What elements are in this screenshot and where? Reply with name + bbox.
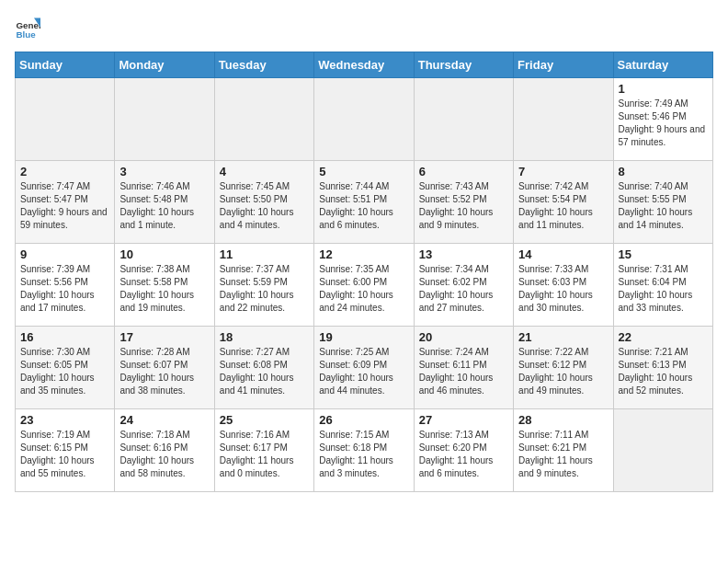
- calendar-day-cell: [314, 78, 414, 161]
- calendar-day-cell: 5Sunrise: 7:44 AM Sunset: 5:51 PM Daylig…: [314, 161, 414, 244]
- day-info: Sunrise: 7:42 AM Sunset: 5:54 PM Dayligh…: [518, 180, 608, 232]
- day-info: Sunrise: 7:39 AM Sunset: 5:56 PM Dayligh…: [20, 263, 109, 315]
- day-info: Sunrise: 7:37 AM Sunset: 5:59 PM Dayligh…: [220, 263, 309, 315]
- weekday-header-cell: Friday: [514, 52, 613, 78]
- day-number: 2: [20, 165, 109, 178]
- calendar-day-cell: [16, 78, 115, 161]
- day-number: 17: [119, 330, 209, 344]
- day-number: 9: [20, 247, 109, 261]
- calendar-day-cell: 21Sunrise: 7:22 AM Sunset: 6:12 PM Dayli…: [514, 327, 613, 409]
- day-info: Sunrise: 7:49 AM Sunset: 5:46 PM Dayligh…: [619, 98, 708, 149]
- calendar-week-row: 23Sunrise: 7:19 AM Sunset: 6:15 PM Dayli…: [16, 409, 713, 492]
- day-number: 1: [619, 82, 708, 96]
- calendar-day-cell: 28Sunrise: 7:11 AM Sunset: 6:21 PM Dayli…: [514, 409, 613, 492]
- day-info: Sunrise: 7:24 AM Sunset: 6:11 PM Dayligh…: [419, 346, 508, 397]
- calendar-week-row: 2Sunrise: 7:47 AM Sunset: 5:47 PM Daylig…: [16, 161, 713, 244]
- weekday-header-cell: Wednesday: [314, 52, 414, 78]
- weekday-header-cell: Thursday: [414, 52, 513, 78]
- calendar-day-cell: 12Sunrise: 7:35 AM Sunset: 6:00 PM Dayli…: [314, 244, 414, 327]
- calendar-day-cell: 22Sunrise: 7:21 AM Sunset: 6:13 PM Dayli…: [613, 327, 712, 409]
- calendar-day-cell: 15Sunrise: 7:31 AM Sunset: 6:04 PM Dayli…: [613, 244, 712, 327]
- calendar-day-cell: 26Sunrise: 7:15 AM Sunset: 6:18 PM Dayli…: [314, 409, 414, 492]
- day-info: Sunrise: 7:27 AM Sunset: 6:08 PM Dayligh…: [220, 346, 309, 397]
- calendar-day-cell: 23Sunrise: 7:19 AM Sunset: 6:15 PM Dayli…: [16, 409, 115, 492]
- day-number: 11: [220, 247, 309, 261]
- calendar-day-cell: 17Sunrise: 7:28 AM Sunset: 6:07 PM Dayli…: [115, 327, 214, 409]
- day-number: 27: [419, 413, 508, 427]
- day-info: Sunrise: 7:18 AM Sunset: 6:16 PM Dayligh…: [119, 429, 209, 480]
- calendar-day-cell: 16Sunrise: 7:30 AM Sunset: 6:05 PM Dayli…: [16, 327, 115, 409]
- day-info: Sunrise: 7:33 AM Sunset: 6:03 PM Dayligh…: [518, 263, 608, 315]
- calendar-day-cell: [115, 78, 214, 161]
- day-info: Sunrise: 7:25 AM Sunset: 6:09 PM Dayligh…: [319, 346, 408, 397]
- day-info: Sunrise: 7:47 AM Sunset: 5:47 PM Dayligh…: [20, 180, 109, 232]
- day-number: 13: [419, 247, 508, 261]
- day-number: 12: [319, 247, 408, 261]
- calendar-day-cell: 20Sunrise: 7:24 AM Sunset: 6:11 PM Dayli…: [414, 327, 513, 409]
- day-number: 3: [119, 165, 209, 178]
- day-number: 14: [518, 247, 608, 261]
- day-info: Sunrise: 7:40 AM Sunset: 5:55 PM Dayligh…: [619, 180, 708, 232]
- logo-icon: General Blue: [15, 15, 40, 40]
- day-info: Sunrise: 7:22 AM Sunset: 6:12 PM Dayligh…: [518, 346, 608, 397]
- svg-text:Blue: Blue: [16, 29, 36, 40]
- day-info: Sunrise: 7:28 AM Sunset: 6:07 PM Dayligh…: [119, 346, 209, 397]
- logo: General Blue: [15, 15, 44, 40]
- day-info: Sunrise: 7:15 AM Sunset: 6:18 PM Dayligh…: [319, 429, 408, 480]
- page-header: General Blue: [15, 15, 713, 40]
- day-number: 8: [619, 165, 708, 178]
- day-number: 5: [319, 165, 408, 178]
- calendar-day-cell: 6Sunrise: 7:43 AM Sunset: 5:52 PM Daylig…: [414, 161, 513, 244]
- calendar-day-cell: 4Sunrise: 7:45 AM Sunset: 5:50 PM Daylig…: [214, 161, 313, 244]
- calendar-day-cell: [214, 78, 313, 161]
- day-number: 28: [518, 413, 608, 427]
- day-number: 22: [619, 330, 708, 344]
- day-info: Sunrise: 7:30 AM Sunset: 6:05 PM Dayligh…: [20, 346, 109, 397]
- day-info: Sunrise: 7:34 AM Sunset: 6:02 PM Dayligh…: [419, 263, 508, 315]
- day-info: Sunrise: 7:43 AM Sunset: 5:52 PM Dayligh…: [419, 180, 508, 232]
- calendar-day-cell: 19Sunrise: 7:25 AM Sunset: 6:09 PM Dayli…: [314, 327, 414, 409]
- calendar-day-cell: 1Sunrise: 7:49 AM Sunset: 5:46 PM Daylig…: [613, 78, 712, 161]
- calendar-day-cell: [613, 409, 712, 492]
- day-number: 10: [119, 247, 209, 261]
- day-info: Sunrise: 7:21 AM Sunset: 6:13 PM Dayligh…: [619, 346, 708, 397]
- weekday-header-cell: Sunday: [16, 52, 115, 78]
- day-number: 18: [220, 330, 309, 344]
- calendar-body: 1Sunrise: 7:49 AM Sunset: 5:46 PM Daylig…: [16, 78, 713, 492]
- calendar-week-row: 16Sunrise: 7:30 AM Sunset: 6:05 PM Dayli…: [16, 327, 713, 409]
- calendar-day-cell: 8Sunrise: 7:40 AM Sunset: 5:55 PM Daylig…: [613, 161, 712, 244]
- day-info: Sunrise: 7:44 AM Sunset: 5:51 PM Dayligh…: [319, 180, 408, 232]
- day-info: Sunrise: 7:46 AM Sunset: 5:48 PM Dayligh…: [119, 180, 209, 232]
- day-number: 20: [419, 330, 508, 344]
- weekday-header-row: SundayMondayTuesdayWednesdayThursdayFrid…: [16, 52, 713, 78]
- day-number: 25: [220, 413, 309, 427]
- calendar-day-cell: 25Sunrise: 7:16 AM Sunset: 6:17 PM Dayli…: [214, 409, 313, 492]
- day-number: 4: [220, 165, 309, 178]
- calendar-week-row: 9Sunrise: 7:39 AM Sunset: 5:56 PM Daylig…: [16, 244, 713, 327]
- calendar-day-cell: [514, 78, 613, 161]
- day-number: 19: [319, 330, 408, 344]
- calendar-day-cell: 10Sunrise: 7:38 AM Sunset: 5:58 PM Dayli…: [115, 244, 214, 327]
- day-number: 7: [518, 165, 608, 178]
- day-number: 21: [518, 330, 608, 344]
- calendar-week-row: 1Sunrise: 7:49 AM Sunset: 5:46 PM Daylig…: [16, 78, 713, 161]
- day-number: 15: [619, 247, 708, 261]
- calendar-day-cell: 24Sunrise: 7:18 AM Sunset: 6:16 PM Dayli…: [115, 409, 214, 492]
- day-info: Sunrise: 7:35 AM Sunset: 6:00 PM Dayligh…: [319, 263, 408, 315]
- day-info: Sunrise: 7:11 AM Sunset: 6:21 PM Dayligh…: [518, 429, 608, 480]
- calendar-day-cell: 14Sunrise: 7:33 AM Sunset: 6:03 PM Dayli…: [514, 244, 613, 327]
- day-number: 6: [419, 165, 508, 178]
- calendar-day-cell: 27Sunrise: 7:13 AM Sunset: 6:20 PM Dayli…: [414, 409, 513, 492]
- day-number: 23: [20, 413, 109, 427]
- calendar-day-cell: 3Sunrise: 7:46 AM Sunset: 5:48 PM Daylig…: [115, 161, 214, 244]
- calendar-day-cell: 13Sunrise: 7:34 AM Sunset: 6:02 PM Dayli…: [414, 244, 513, 327]
- day-info: Sunrise: 7:38 AM Sunset: 5:58 PM Dayligh…: [119, 263, 209, 315]
- day-info: Sunrise: 7:31 AM Sunset: 6:04 PM Dayligh…: [619, 263, 708, 315]
- day-info: Sunrise: 7:13 AM Sunset: 6:20 PM Dayligh…: [419, 429, 508, 480]
- calendar-day-cell: 2Sunrise: 7:47 AM Sunset: 5:47 PM Daylig…: [16, 161, 115, 244]
- calendar-table: SundayMondayTuesdayWednesdayThursdayFrid…: [15, 52, 713, 492]
- weekday-header-cell: Tuesday: [214, 52, 313, 78]
- calendar-day-cell: [414, 78, 513, 161]
- weekday-header-cell: Saturday: [613, 52, 712, 78]
- day-info: Sunrise: 7:16 AM Sunset: 6:17 PM Dayligh…: [220, 429, 309, 480]
